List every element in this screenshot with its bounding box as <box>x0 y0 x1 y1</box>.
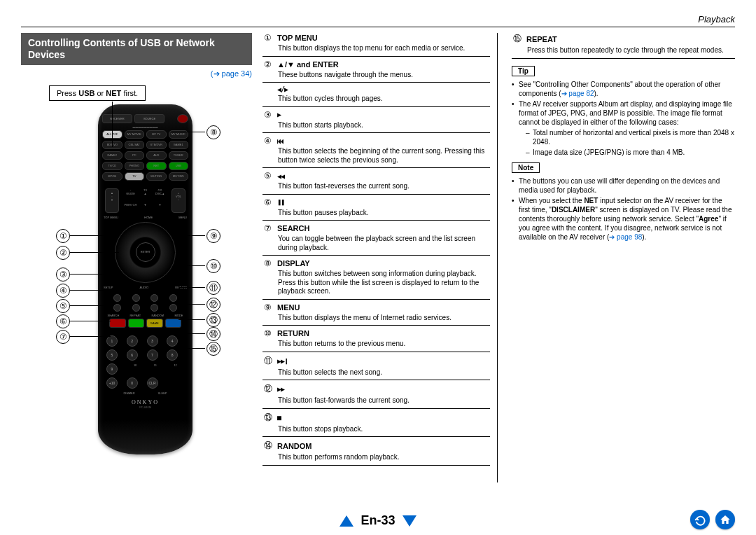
page-number: En-33 <box>360 513 395 528</box>
item-desc: This button selects the next song. <box>278 368 490 377</box>
callout-15: ⑮ <box>206 342 220 356</box>
item-title: ⏮ <box>277 137 284 145</box>
note-item: The buttons you can use will differ depe… <box>512 176 735 195</box>
item-number: ⑮ <box>512 33 522 45</box>
callout-3: ③ <box>56 268 70 282</box>
page-ref-link[interactable]: (➔ page 34) <box>21 69 252 78</box>
item-desc: You can toggle between the playback scre… <box>278 235 490 252</box>
item-block: ⑦SEARCHYou can toggle between the playba… <box>262 223 490 256</box>
next-page-icon[interactable] <box>402 515 416 527</box>
item-title: SEARCH <box>277 224 309 232</box>
item-desc: This button cycles through pages. <box>278 95 490 104</box>
item-title: ❚❚ <box>277 198 284 206</box>
note-label: Note <box>512 162 540 173</box>
item-number: ③ <box>262 110 273 120</box>
remote-diagram: RECEIVERSOURCE ▬▬▬▬▬▬▬▬▬ ALL OFFMY MOVIE… <box>21 104 252 482</box>
item-number: ② <box>262 60 273 69</box>
enter-button: ENTER <box>136 242 155 262</box>
item-title: RANDOM <box>277 442 312 450</box>
item-number: ⑪ <box>262 355 273 367</box>
tip-list: See "Controlling Other Components" about… <box>512 80 735 157</box>
page-link[interactable]: ➔ page 98 <box>609 233 642 241</box>
item-block: ⑬■This button stops playback. <box>262 412 490 438</box>
callout-5: ⑤ <box>56 299 70 313</box>
item-block: ④⏮This button selects the beginning of t… <box>262 136 490 168</box>
item-block: ①TOP MENUThis button displays the top me… <box>262 33 490 57</box>
item-title: TOP MENU <box>277 34 318 42</box>
tip-subitem: Total number of horizontal and vertical … <box>526 128 735 146</box>
item-desc: Press this button repeatedly to cycle th… <box>527 46 735 55</box>
callout-13: ⑬ <box>206 313 220 327</box>
tip-item: See "Controlling Other Components" about… <box>512 80 735 98</box>
callout-8: ⑧ <box>206 125 220 139</box>
item-number: ④ <box>262 136 273 146</box>
tip-subitem: Image data size (JPEG/PNG) is more than … <box>526 148 735 157</box>
left-column: Controlling Contents of USB or Network D… <box>21 33 252 482</box>
item-title: ■ <box>277 414 281 422</box>
item-desc: This button displays the menu of Interne… <box>278 314 490 323</box>
remote-body: RECEIVERSOURCE ▬▬▬▬▬▬▬▬▬ ALL OFFMY MOVIE… <box>98 104 192 454</box>
item-desc: This button displays the top menu for ea… <box>278 44 490 53</box>
page-link[interactable]: ➔ page 82 <box>561 90 594 97</box>
item-desc: This button fast-reverses the current so… <box>278 182 490 191</box>
callout-10: ⑩ <box>206 259 220 273</box>
note-list: The buttons you can use will differ depe… <box>512 176 735 242</box>
item-number: ⑤ <box>262 171 273 181</box>
item-number: ⑩ <box>262 328 273 338</box>
item-title: ◀/▶ <box>277 85 288 93</box>
item-title: ▲/▼ and ENTER <box>277 60 339 69</box>
item-title: ▶▶❙ <box>277 357 288 365</box>
item-desc: This button stops playback. <box>278 425 490 434</box>
item-number: ① <box>262 33 273 43</box>
item-title: MENU <box>277 303 300 312</box>
item-block: ⑤◀◀This button fast-reverses the current… <box>262 171 490 195</box>
note-item: When you select the NET input selector o… <box>512 196 735 242</box>
item-desc: This button starts playback. <box>278 121 490 130</box>
middle-column: ①TOP MENUThis button displays the top me… <box>262 33 498 482</box>
prev-page-icon[interactable] <box>340 515 354 527</box>
item-block: ⑨MENUThis button displays the menu of In… <box>262 303 490 326</box>
home-icon[interactable] <box>715 510 735 529</box>
header-section: Playback <box>21 14 735 27</box>
item-title: DISPLAY <box>277 259 310 268</box>
item-title: REPEAT <box>526 35 557 43</box>
item-desc: This button returns to the previous menu… <box>278 340 490 349</box>
dpad-ring: ENTER <box>115 222 176 283</box>
item-block: ③▶This button starts playback. <box>262 110 490 134</box>
right-column: ⑮ REPEAT Press this button repeatedly to… <box>508 33 735 482</box>
item-number: ⑧ <box>262 258 273 268</box>
item-block: ⑩RETURNThis button returns to the previo… <box>262 328 490 352</box>
item-block: ◀/▶This button cycles through pages. <box>262 85 490 107</box>
callout-11: ⑪ <box>206 281 220 295</box>
callout-6: ⑥ <box>56 314 70 328</box>
item-block: ⑪▶▶❙This button selects the next song. <box>262 355 490 381</box>
remote-brand: ONKYO <box>98 399 192 405</box>
item-number: ⑫ <box>262 383 273 395</box>
callout-12: ⑫ <box>206 298 220 312</box>
item-desc: This button fast-forwards the current so… <box>278 396 490 405</box>
item-title: ▶▶ <box>277 385 284 393</box>
item-number: ⑨ <box>262 303 273 312</box>
item-number: ⑬ <box>262 412 273 424</box>
item-block: ⑮ REPEAT Press this button repeatedly to… <box>512 33 735 59</box>
item-title: ◀◀ <box>277 172 284 180</box>
section-title: Controlling Contents of USB or Network D… <box>21 33 252 65</box>
item-block: ⑭RANDOMThis button performs random playb… <box>262 440 490 466</box>
item-block: ⑫▶▶This button fast-forwards the current… <box>262 383 490 409</box>
item-desc: This button pauses playback. <box>278 209 490 218</box>
tip-item: The AV receiver supports Album art displ… <box>512 99 735 157</box>
item-desc: This button performs random playback. <box>278 453 490 462</box>
item-block: ⑥❚❚This button pauses playback. <box>262 197 490 221</box>
callout-4: ④ <box>56 284 70 298</box>
item-title: ▶ <box>277 111 281 118</box>
callout-1: ① <box>56 229 70 243</box>
callout-2: ② <box>56 246 70 260</box>
item-number: ⑥ <box>262 197 273 207</box>
item-block: ⑧DISPLAYThis button switches between son… <box>262 258 490 300</box>
item-title: RETURN <box>277 329 309 338</box>
callout-9: ⑨ <box>206 229 220 243</box>
item-number: ⑦ <box>262 223 273 233</box>
item-desc: This button selects the beginning of the… <box>278 147 490 165</box>
page-footer: En-33 <box>0 513 756 528</box>
back-icon[interactable] <box>690 510 710 529</box>
